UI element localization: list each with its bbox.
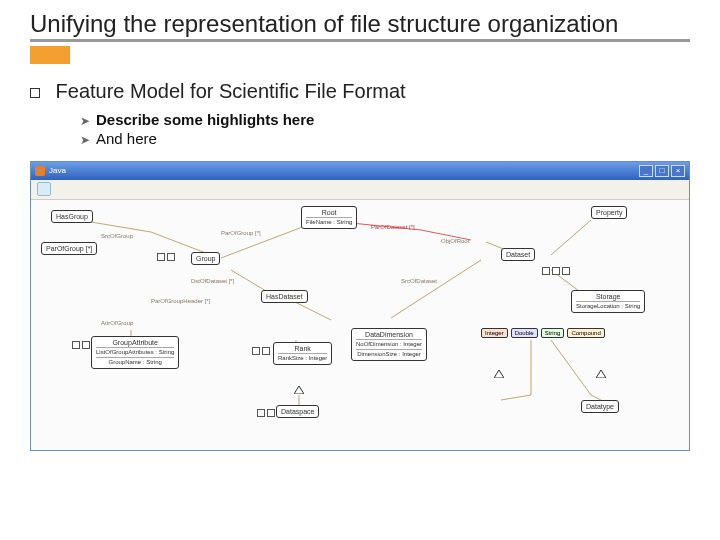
node-group[interactable]: Group	[191, 252, 220, 266]
icon-pair	[251, 346, 271, 356]
window-titlebar[interactable]: Java _ □ ×	[31, 162, 689, 180]
toolbar-icon[interactable]	[37, 182, 51, 196]
svg-marker-1	[494, 370, 504, 378]
type-double[interactable]: Double	[511, 328, 538, 338]
svg-marker-2	[596, 370, 606, 378]
node-hasdataset[interactable]: HasDataset	[261, 290, 308, 304]
edge-label-pargrpheader: ParOfGroupHeader [*]	[151, 298, 210, 304]
node-property[interactable]: Property	[591, 206, 627, 220]
edge-label-attrofgroup: AttrOfGroup	[101, 320, 133, 326]
node-parofgroup[interactable]: ParOfGroup [*]	[41, 242, 97, 256]
window-title: Java	[49, 166, 66, 175]
icon-pair	[71, 340, 91, 350]
node-hasgroup[interactable]: HasGroup	[51, 210, 93, 224]
node-root[interactable]: Root FileName : String	[301, 206, 357, 229]
triangle-icon	[494, 370, 504, 378]
minimize-button[interactable]: _	[639, 165, 653, 177]
triangle-icon	[294, 386, 304, 394]
edge-label-srcofdataset: SrcOfDataset	[401, 278, 437, 284]
node-dataset[interactable]: Dataset	[501, 248, 535, 262]
square-bullet-icon	[30, 88, 40, 98]
type-integer[interactable]: Integer	[481, 328, 508, 338]
icon-pair	[256, 408, 276, 418]
arrow-icon: ➤	[80, 114, 90, 128]
edge-label-parofgroup: ParOfGroup [*]	[221, 230, 261, 236]
datatype-row: Integer Double String Compound	[481, 328, 605, 338]
node-datadim[interactable]: DataDimension NoOfDimension : Integer Di…	[351, 328, 427, 361]
feature-model-heading: Feature Model for Scientific File Format	[30, 80, 690, 103]
node-datatype[interactable]: Datatype	[581, 400, 619, 414]
node-rank[interactable]: Rank RankSize : Integer	[273, 342, 332, 365]
close-button[interactable]: ×	[671, 165, 685, 177]
accent-bar	[30, 46, 70, 64]
edge-label-srcofgroup: SrcOfGroup	[101, 233, 133, 239]
type-compound[interactable]: Compound	[567, 328, 604, 338]
highlights-list: ➤Describe some highlights here ➤And here	[80, 111, 690, 147]
java-icon	[35, 166, 45, 176]
type-string[interactable]: String	[541, 328, 565, 338]
edge-label-dstofdataset: DstOfDataset [*]	[191, 278, 234, 284]
icon-pair	[541, 266, 571, 276]
bullet-1: Describe some highlights here	[96, 111, 314, 128]
triangle-icon	[596, 370, 606, 378]
arrow-icon: ➤	[80, 133, 90, 147]
edge-label-pardataset: ParOfDataset [*]	[371, 224, 415, 230]
diagram-canvas[interactable]: HasGroup Root FileName : String Property…	[31, 200, 689, 450]
svg-marker-0	[294, 386, 304, 394]
slide-title: Unifying the representation of file stru…	[30, 10, 690, 42]
node-dataspace[interactable]: Dataspace	[276, 405, 319, 419]
icon-pair	[156, 252, 176, 262]
node-groupattr[interactable]: GroupAttribute ListOfGroupAttributes : S…	[91, 336, 179, 369]
app-toolbar	[31, 180, 689, 200]
node-storage[interactable]: Storage StorageLocation : String	[571, 290, 645, 313]
bullet-2: And here	[96, 130, 157, 147]
maximize-button[interactable]: □	[655, 165, 669, 177]
edge-label-objofroot: ObjOfRoot	[441, 238, 469, 244]
java-app-window: Java _ □ ×	[30, 161, 690, 451]
feature-line-text: Feature Model for Scientific File Format	[56, 80, 406, 102]
